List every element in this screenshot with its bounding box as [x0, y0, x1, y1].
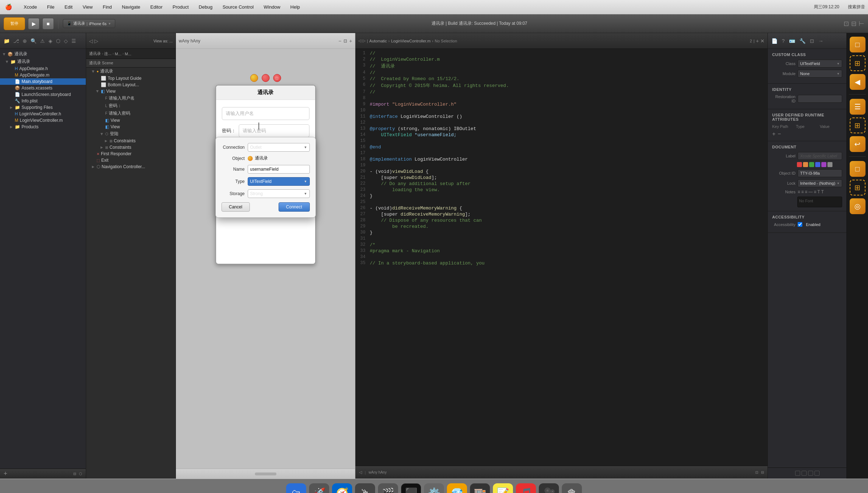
inspector-icon-4[interactable] — [815, 471, 820, 476]
outline-item-view1[interactable]: ▶ ◧ View — [86, 88, 176, 95]
color-swatch-purple[interactable] — [821, 162, 826, 167]
util-btn-3[interactable]: ◀ — [850, 74, 865, 90]
outline-item-navcontroller[interactable]: ▶ ⬡ Navigation Controller... — [86, 163, 176, 170]
color-swatch-red[interactable] — [797, 162, 802, 167]
dock-terminal[interactable]: ⬛ — [401, 483, 421, 493]
outline-item-viewcontroller[interactable]: ▶ ● 通讯录 — [86, 68, 176, 75]
color-swatch-orange[interactable] — [803, 162, 808, 167]
zoom-out-btn[interactable]: − — [339, 38, 341, 44]
color-swatch-blue[interactable] — [815, 162, 820, 167]
outline-item-view-inner1[interactable]: ▶ ◧ View — [86, 117, 176, 124]
notes-btn-4[interactable]: — — [808, 189, 813, 194]
class-field[interactable]: UITextField ▼ — [798, 60, 842, 68]
menu-find[interactable]: Find — [101, 4, 114, 10]
password-textfield[interactable]: 请输入密码 — [239, 124, 309, 137]
menu-debug[interactable]: Debug — [197, 4, 215, 10]
menu-product[interactable]: Product — [171, 4, 191, 10]
symbol-icon[interactable]: ⊕ — [22, 37, 28, 45]
apple-menu[interactable]: 🍎 — [3, 3, 14, 11]
util-btn-6[interactable]: ↩ — [850, 136, 865, 152]
menu-window[interactable]: Window — [262, 4, 283, 10]
attributes-inspector-btn[interactable]: 🔧 — [798, 37, 807, 45]
outline-item-view-inner2[interactable]: ▶ ◧ View — [86, 124, 176, 130]
dock-music[interactable]: 🎵 — [516, 483, 536, 493]
file-inspector-btn[interactable]: 📄 — [770, 37, 779, 45]
tree-item-loginh[interactable]: ▶ H LoginViewController.h — [0, 111, 86, 117]
util-btn-5[interactable]: ⊞ — [850, 118, 865, 133]
issue-icon[interactable]: ⚠ — [39, 37, 46, 45]
lock-field[interactable]: Inherited - (Nothing) ▼ — [798, 179, 842, 187]
notes-btn-5[interactable]: ≡ — [814, 189, 816, 194]
outline-item-bottomlayout[interactable]: ▶ ⬜ Bottom Layout... — [86, 82, 176, 88]
inspector-icon-1[interactable] — [795, 471, 800, 476]
dock-appstore[interactable]: 🏬 — [470, 483, 490, 493]
size-inspector-btn[interactable]: ⊡ — [808, 37, 816, 45]
back-nav-btn[interactable]: ◁ — [89, 38, 93, 44]
type-dropdown[interactable]: UITextField ▼ — [248, 177, 310, 186]
color-swatch-gray[interactable] — [827, 162, 832, 167]
menu-xcode[interactable]: Xcode — [22, 4, 39, 10]
tree-item-infoplist[interactable]: ▶ 🔧 Info.plist — [0, 98, 86, 104]
dock-video[interactable]: 🎥 — [539, 483, 559, 493]
outline-item-exit[interactable]: ▶ ⬚ Exit — [86, 157, 176, 163]
notes-btn-3[interactable]: ≡ — [805, 189, 807, 194]
accessibility-checkbox[interactable] — [798, 222, 802, 227]
outline-item-firstresponder[interactable]: ▶ ✕ First Responder — [86, 151, 176, 157]
notes-btn-6[interactable]: T — [817, 189, 820, 194]
util-btn-8[interactable]: ⊞ — [850, 180, 865, 195]
quick-help-btn[interactable]: ? — [780, 37, 786, 45]
connection-dropdown[interactable]: Outlet ▼ — [248, 143, 310, 152]
dock-iphoto[interactable]: 🎬 — [378, 483, 398, 493]
menu-source-control[interactable]: Source Control — [220, 4, 256, 10]
inspector-icon-3[interactable] — [808, 471, 813, 476]
run-button[interactable]: ▶ — [28, 18, 39, 29]
menu-help[interactable]: Help — [288, 4, 302, 10]
tree-item-loginm[interactable]: ▶ M LoginViewController.m — [0, 117, 86, 124]
remove-attr-btn[interactable]: − — [778, 131, 781, 137]
scheme-selector[interactable]: 📱 通讯录 | iPhone 6s ▼ — [63, 19, 115, 28]
pause-button[interactable]: 暂停 — [4, 17, 25, 30]
debug-toggle[interactable]: ⊟ — [851, 20, 857, 28]
outline-item-label-pwd[interactable]: ▶ L 密码： — [86, 102, 176, 110]
outline-item-toplayout[interactable]: ▶ ⬜ Top Layout Guide — [86, 75, 176, 82]
inspector-toggle[interactable]: ⊢ — [859, 20, 864, 28]
dock-finder[interactable]: 🗂 — [286, 483, 306, 493]
dock-notes[interactable]: 📝 — [493, 483, 513, 493]
dock-trash[interactable]: 🗑 — [562, 483, 582, 493]
source-control-icon[interactable]: ⎇ — [13, 37, 20, 45]
connections-inspector-btn[interactable]: → — [817, 37, 825, 45]
breakpoint-icon[interactable]: ◇ — [63, 37, 69, 45]
doc-label-field[interactable]: Xcode Specific Label — [798, 152, 842, 160]
outline-item-constraints2[interactable]: ▶ ⊞ Constraints — [86, 144, 176, 151]
find-icon[interactable]: 🔍 — [30, 37, 37, 45]
add-file-button[interactable]: + — [4, 470, 8, 478]
folder-icon[interactable]: 📁 — [3, 37, 10, 45]
editor-forward-btn[interactable]: ▷ — [363, 38, 365, 43]
menu-editor[interactable]: Editor — [148, 4, 165, 10]
username-textfield[interactable]: 请输入用户名 — [222, 107, 309, 120]
outline-item-tf-pwd[interactable]: ▶ F 请输入密码 — [86, 110, 176, 117]
editor-file[interactable]: LoginViewController.m — [391, 39, 430, 43]
tree-item-launchscreen[interactable]: ▶ 📄 LaunchScreen.storyboard — [0, 91, 86, 98]
notes-btn-7[interactable]: T — [821, 189, 823, 194]
crumb2[interactable]: 连... — [104, 51, 111, 56]
debug-nav-icon[interactable]: ⬡ — [55, 37, 61, 45]
inspector-icon-2[interactable] — [802, 471, 807, 476]
util-btn-4[interactable]: ☰ — [850, 99, 865, 115]
scroll-indicator[interactable] — [255, 473, 276, 475]
module-field[interactable]: None ▼ — [798, 70, 842, 78]
outline-item-constraints1[interactable]: ▶ ⊞ Constraints — [86, 138, 176, 144]
add-editor-btn[interactable]: + — [756, 38, 759, 44]
storage-dropdown[interactable]: Strong ▼ — [248, 189, 310, 198]
restoration-field[interactable] — [798, 95, 842, 103]
back-btn-bottom[interactable]: ◁ — [359, 470, 362, 475]
outline-item-tf-username[interactable]: ▶ F 请输入用户名 — [86, 95, 176, 102]
log-icon[interactable]: ☰ — [71, 37, 77, 45]
forward-nav-btn[interactable]: ▷ — [94, 38, 98, 44]
notes-textarea[interactable]: No Font — [797, 197, 842, 207]
code-content[interactable]: 1 // 2 // LoginViewController.m 3 // 通讯录… — [355, 49, 767, 466]
util-btn-2[interactable]: ⊞ — [850, 55, 865, 71]
tree-group-app[interactable]: ▶ 📁 通讯录 — [0, 58, 86, 65]
dock-settings[interactable]: ⚙️ — [424, 483, 444, 493]
notes-btn-2[interactable]: ≡ — [801, 189, 804, 194]
